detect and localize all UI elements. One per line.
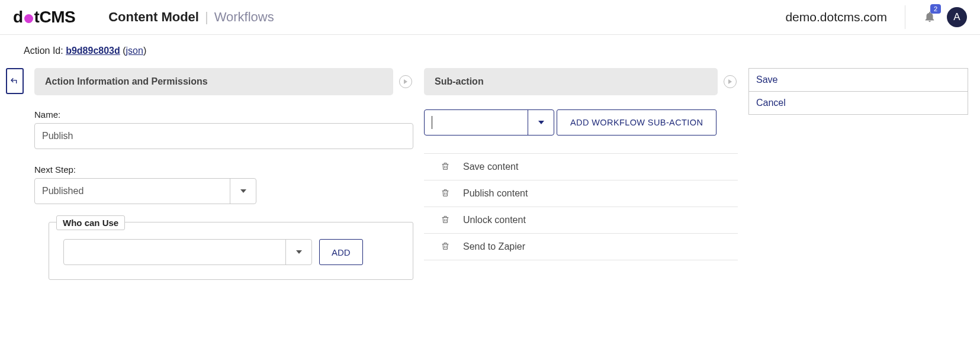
add-workflow-subaction-button[interactable]: ADD WORKFLOW SUB-ACTION	[557, 109, 716, 135]
next-step-dropdown-button[interactable]	[230, 179, 256, 204]
breadcrumb-separator: |	[205, 9, 208, 25]
paren-open: (	[120, 46, 126, 56]
trash-icon	[441, 241, 450, 251]
who-can-use-dropdown-button[interactable]	[285, 240, 311, 264]
next-step-select[interactable]: Published	[34, 178, 256, 204]
chevron-down-icon	[296, 250, 302, 254]
panel-sub-action-title: Sub-action	[424, 68, 718, 95]
name-label: Name:	[34, 109, 413, 120]
name-input[interactable]	[34, 123, 413, 149]
side-actions: Save Cancel	[748, 68, 968, 115]
next-step-value: Published	[35, 179, 230, 204]
sub-action-label: Unlock content	[463, 215, 526, 225]
delete-sub-action-button[interactable]	[441, 162, 450, 173]
list-item[interactable]: Save content	[424, 154, 738, 180]
delete-sub-action-button[interactable]	[441, 188, 450, 199]
app-header: d t CMS Content Model | Workflows demo.d…	[0, 0, 980, 35]
panel-action-info-title: Action Information and Permissions	[34, 68, 393, 95]
list-item[interactable]: Unlock content	[424, 207, 738, 234]
panel-sub-action: Sub-action ADD WORKFLOW SUB-ACTION	[424, 68, 738, 260]
delete-sub-action-button[interactable]	[441, 215, 450, 226]
sub-action-select[interactable]	[424, 109, 554, 135]
header-divider	[905, 5, 905, 29]
paren-close: )	[143, 46, 146, 56]
chevron-down-icon	[240, 189, 246, 193]
next-step-label: Next Step:	[34, 164, 413, 175]
sub-action-list: Save content Publish content Unlock cont…	[424, 153, 738, 260]
who-can-use-legend: Who can Use	[56, 215, 125, 230]
sub-action-dropdown-button[interactable]	[528, 110, 554, 135]
breadcrumb-sub[interactable]: Workflows	[214, 9, 274, 25]
breadcrumb-main[interactable]: Content Model	[108, 9, 199, 25]
chevron-right-icon	[399, 75, 412, 88]
logo-text-t: t	[34, 8, 40, 27]
json-link[interactable]: json	[126, 46, 143, 56]
trash-icon	[441, 162, 450, 171]
cancel-button[interactable]: Cancel	[748, 92, 968, 115]
logo-text-cms: CMS	[39, 8, 75, 27]
trash-icon	[441, 188, 450, 198]
list-item[interactable]: Publish content	[424, 180, 738, 207]
sub-action-label: Publish content	[463, 188, 528, 199]
host-name[interactable]: demo.dotcms.com	[785, 10, 887, 24]
action-id-label: Action Id:	[24, 46, 66, 56]
sub-action-label: Send to Zapier	[463, 241, 525, 252]
sub-action-label: Save content	[463, 162, 518, 172]
avatar[interactable]: A	[947, 7, 967, 27]
logo-text-d: d	[13, 8, 23, 27]
back-arrow-icon	[10, 76, 20, 86]
breadcrumb: Content Model | Workflows	[108, 9, 274, 25]
notifications-button[interactable]: 2	[923, 10, 936, 25]
logo-dot-icon	[24, 14, 33, 23]
chevron-down-icon	[538, 121, 544, 124]
trash-icon	[441, 215, 450, 224]
back-button[interactable]	[6, 68, 24, 94]
action-id-link[interactable]: b9d89c803d	[66, 46, 120, 56]
who-add-button[interactable]: ADD	[319, 239, 363, 265]
save-button[interactable]: Save	[748, 68, 968, 92]
who-can-use-fieldset: Who can Use ADD	[49, 222, 413, 280]
text-cursor-icon	[432, 116, 432, 129]
delete-sub-action-button[interactable]	[441, 241, 450, 253]
action-meta: Action Id: b9d89c803d (json)	[0, 35, 980, 56]
list-item[interactable]: Send to Zapier	[424, 234, 738, 260]
logo[interactable]: d t CMS	[13, 8, 75, 27]
sub-action-input[interactable]	[425, 110, 528, 135]
who-can-use-value	[64, 240, 285, 264]
notification-badge: 2	[930, 4, 941, 14]
panel-action-info: Action Information and Permissions Name:…	[34, 68, 413, 280]
chevron-right-icon	[724, 75, 737, 88]
who-can-use-select[interactable]	[63, 239, 312, 265]
avatar-letter: A	[953, 11, 960, 23]
